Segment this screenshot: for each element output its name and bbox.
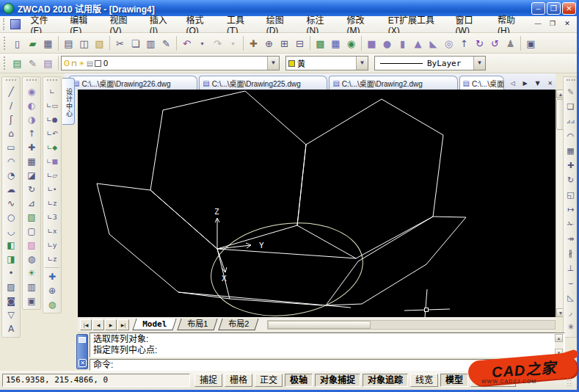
x-rotate-ucs-button[interactable]: ∟x xyxy=(44,224,60,238)
linetype-combo[interactable]: ByLayer ▼ xyxy=(374,56,486,70)
y-rotate-ucs-button[interactable]: ∟y xyxy=(44,238,60,252)
design-center-palette-tab[interactable]: 设计中心 xyxy=(62,78,75,125)
interfere-button[interactable]: ▧ xyxy=(23,210,40,224)
arc-button[interactable]: ◠ xyxy=(3,154,19,168)
prev-tab-button[interactable]: ◁ xyxy=(507,78,518,90)
point-button[interactable]: • xyxy=(3,266,19,280)
extrude-button[interactable]: ↑ xyxy=(456,36,472,51)
status-toggle-1[interactable]: 捕捉 xyxy=(194,374,222,387)
command-dock-bar[interactable]: ✕ xyxy=(76,334,88,369)
close-button[interactable]: ✕ xyxy=(562,2,576,15)
command-close-icon[interactable]: ✕ xyxy=(79,359,87,367)
print-preview-button[interactable]: ◫ xyxy=(76,36,92,51)
subtract-button[interactable]: ◐ xyxy=(23,98,40,112)
undo-button[interactable]: ↶ xyxy=(179,36,194,51)
design-center-button[interactable]: ▩ xyxy=(313,36,328,51)
tab-list-button[interactable]: ▼ xyxy=(532,78,543,90)
document-tab-3[interactable]: ▤C:\...\桌面\Drawing2.dwg xyxy=(329,76,457,90)
close-drawing-button[interactable]: ✕ xyxy=(545,78,556,90)
3d-orbit-button[interactable]: ↺ xyxy=(487,36,503,51)
redo-button[interactable]: ↷ xyxy=(210,36,225,51)
wipeout-button[interactable]: ▽ xyxy=(3,308,19,322)
solid-cylinder-button[interactable]: ▮ xyxy=(395,36,410,51)
union-button[interactable]: ◉ xyxy=(23,84,40,98)
cut-button[interactable]: ✂ xyxy=(112,36,128,51)
erase-button[interactable]: ✎ xyxy=(564,84,578,99)
rotate-3d-button[interactable]: ↻ xyxy=(23,182,40,196)
zoom-window-button[interactable]: ⊞ xyxy=(277,36,292,51)
copy-object-button[interactable]: ❏ xyxy=(564,99,578,114)
pan-button[interactable]: ✚ xyxy=(44,269,60,283)
named-ucs-button[interactable]: ∟▭ xyxy=(44,98,60,112)
ucs-button[interactable]: ∟ xyxy=(44,84,60,98)
render-manager-button[interactable]: ◉ xyxy=(343,36,359,51)
slice-button[interactable]: ◪ xyxy=(23,168,40,182)
chevron-down-icon[interactable]: ▼ xyxy=(267,57,279,70)
status-toggle-2[interactable]: 栅格 xyxy=(225,374,252,387)
previous-ucs-button[interactable]: ∟↶ xyxy=(44,126,60,140)
status-toggle-7[interactable]: 线宽 xyxy=(410,374,438,387)
properties-palette-button[interactable]: ▣ xyxy=(523,36,539,51)
break-button[interactable]: ∦ xyxy=(564,246,578,261)
move-button[interactable]: ✚ xyxy=(564,158,578,173)
layout-tab-布局2[interactable]: 布局2 xyxy=(219,319,259,330)
ellipse-button[interactable]: ○ xyxy=(3,210,19,224)
child-close-button[interactable]: ✕ xyxy=(561,19,573,29)
zoom-realtime-button[interactable]: ⊕ xyxy=(261,36,277,51)
redo-dropdown[interactable]: ▾ xyxy=(225,36,241,51)
scroll-up-icon[interactable]: ▲ xyxy=(555,334,563,342)
solid-sphere-button[interactable]: ● xyxy=(379,36,395,51)
explode-button[interactable]: ✳ xyxy=(564,319,578,334)
layout-tab-model[interactable]: Model xyxy=(132,319,176,330)
world-ucs-button[interactable]: ∟● xyxy=(44,112,60,126)
minimize-button[interactable]: – xyxy=(531,2,545,15)
prev-layout-button[interactable]: ◀ xyxy=(92,319,104,330)
chamfer-button[interactable]: ◺ xyxy=(564,290,578,305)
array-button[interactable]: ▦ xyxy=(564,143,578,158)
solid-wedge-button[interactable]: ◣ xyxy=(426,36,441,51)
face-ucs-button[interactable]: ∟■ xyxy=(44,154,60,168)
pan-realtime-button[interactable]: ✚ xyxy=(246,36,261,51)
paste-button[interactable]: ▥ xyxy=(143,36,159,51)
drawing-icon[interactable] xyxy=(10,19,21,29)
open-button[interactable]: ▰ xyxy=(25,36,40,51)
tool-palettes-button[interactable]: ▦ xyxy=(328,36,343,51)
print-button[interactable]: ▤ xyxy=(61,36,76,51)
origin-ucs-button[interactable]: ∟• xyxy=(44,182,60,196)
mirror-button[interactable]: ⊿⊿ xyxy=(564,114,578,128)
new-button[interactable]: ▯ xyxy=(10,36,25,51)
layer-states-button[interactable]: ▤ xyxy=(40,56,56,70)
zoom-previous-button[interactable]: ⊟ xyxy=(292,36,307,51)
orbit-button[interactable]: ◍ xyxy=(44,297,60,311)
view-ucs-button[interactable]: ∟▱ xyxy=(44,168,60,182)
copy-button[interactable]: ❏ xyxy=(128,36,143,51)
spline-button[interactable]: ∿ xyxy=(3,196,19,210)
chevron-down-icon[interactable]: ▼ xyxy=(356,57,368,70)
next-tab-button[interactable]: ▶ xyxy=(520,78,531,90)
extend-button[interactable]: ↠ xyxy=(564,231,578,246)
text-button[interactable]: A xyxy=(3,322,19,335)
maximize-button[interactable]: ❐ xyxy=(547,2,561,15)
layer-properties-button[interactable]: ▤ xyxy=(10,56,25,70)
layer-edit-button[interactable]: ✎ xyxy=(25,56,40,70)
scrollbar-thumb[interactable] xyxy=(268,321,371,329)
status-toggle-4[interactable]: 极轴 xyxy=(285,374,313,387)
document-tab-4[interactable]: ▤C:\...\桌面\Dr xyxy=(459,76,505,90)
layout-tab-布局1[interactable]: 布局1 xyxy=(178,319,218,330)
solid-cone-button[interactable]: ▲ xyxy=(410,36,426,51)
object-ucs-button[interactable]: ∟◆ xyxy=(44,140,60,154)
3d-rotate-button[interactable]: ↻ xyxy=(472,36,487,51)
undo-dropdown[interactable]: ▾ xyxy=(194,36,210,51)
3d-array-button[interactable]: ▦ xyxy=(23,154,40,168)
ellipse-arc-button[interactable]: ◡ xyxy=(3,224,19,238)
fillet-button[interactable]: ◞ xyxy=(564,305,578,319)
mirror-3d-button[interactable]: ⊿ xyxy=(23,196,40,210)
scale-button[interactable]: ◱ xyxy=(564,187,578,202)
first-layout-button[interactable]: |◀ xyxy=(80,319,92,330)
chevron-down-icon[interactable]: ▼ xyxy=(473,57,485,70)
hatch-button[interactable]: ▨ xyxy=(3,280,19,294)
stretch-button[interactable]: ↦ xyxy=(564,202,578,217)
rotate-button[interactable]: ↻ xyxy=(564,173,578,187)
section-button[interactable]: ▨ xyxy=(23,238,40,252)
walk-button[interactable]: ♟ xyxy=(503,36,518,51)
